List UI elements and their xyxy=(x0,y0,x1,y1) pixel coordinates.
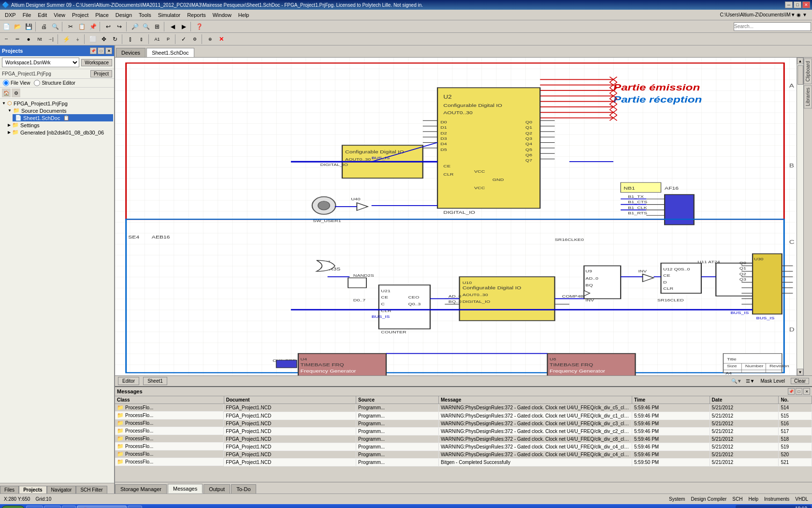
sheet1-tab[interactable]: Sheet1 xyxy=(143,377,167,385)
start-button[interactable]: 🪟 start xyxy=(1,506,25,508)
structure-editor-radio[interactable]: Structure Editor xyxy=(34,80,75,86)
message-row-3[interactable]: 📁ProcessFlo... FPGA_Project1.NCD Program… xyxy=(115,427,812,435)
vertical-scrollbar[interactable]: ▲ ▼ xyxy=(797,58,803,375)
tb-zoom-in[interactable]: 🔎 xyxy=(130,21,140,32)
clear-button[interactable]: Clear xyxy=(791,378,809,384)
panel-close-button[interactable]: ✕ xyxy=(105,47,112,54)
projects-tab[interactable]: Projects xyxy=(19,486,46,493)
proj-home-icon[interactable]: 🏠 xyxy=(2,89,11,97)
message-row-5[interactable]: 📁ProcessFlo... FPGA_Project1.NCD Program… xyxy=(115,443,812,450)
taskbar-media[interactable]: ▶ xyxy=(62,506,76,508)
menu-window[interactable]: Window xyxy=(210,11,234,19)
tab-sheet1[interactable]: Sheet1.SchDoc xyxy=(146,48,194,57)
status-sch[interactable]: SCH xyxy=(732,496,742,502)
tb2-wire[interactable]: ╌ xyxy=(1,34,12,45)
menu-design[interactable]: Design xyxy=(113,11,135,19)
tree-item-sheet1[interactable]: 📄 Sheet1.SchDoc 📋 xyxy=(13,114,113,121)
tab-output[interactable]: Output xyxy=(203,484,230,493)
message-row-1[interactable]: 📁ProcessFlo... FPGA_Project1.NCD Program… xyxy=(115,412,812,419)
schematic-area[interactable]: Partie émission Partie réception xyxy=(115,58,797,375)
workspace-select[interactable]: Workspace1.DsnWrk xyxy=(2,58,79,67)
tab-devices[interactable]: Devices xyxy=(116,48,145,57)
message-row-0[interactable]: 📁ProcessFlo... FPGA_Project1.NCD Program… xyxy=(115,404,812,412)
tb2-gnd[interactable]: ⏚ xyxy=(72,34,83,45)
tb2-netlabel[interactable]: Nt xyxy=(34,34,45,45)
tb2-align[interactable]: ⫿ xyxy=(125,34,136,45)
message-row-2[interactable]: 📁ProcessFlo... FPGA_Project1.NCD Program… xyxy=(115,419,812,427)
status-help[interactable]: Help xyxy=(748,496,758,502)
tb2-move[interactable]: ✥ xyxy=(99,34,109,45)
message-row-4[interactable]: 📁ProcessFlo... FPGA_Project1.NCD Program… xyxy=(115,435,812,443)
tb-zoom-out[interactable]: 🔍 xyxy=(141,21,151,32)
tab-messages[interactable]: Messages xyxy=(168,484,203,493)
tb-undo[interactable]: ↩ xyxy=(103,21,114,32)
mask-level-button[interactable]: Mask Level xyxy=(759,378,787,384)
menu-file[interactable]: File xyxy=(20,11,34,19)
taskbar-altium[interactable]: 🔴 Altium Designer xyxy=(77,506,127,508)
tb2-cross-probe[interactable]: ⊕ xyxy=(205,34,216,45)
menu-simulator[interactable]: Simulator xyxy=(155,11,183,19)
menu-reports[interactable]: Reports xyxy=(184,11,209,19)
status-system[interactable]: System xyxy=(669,496,685,502)
menu-project[interactable]: Project xyxy=(69,11,91,19)
tb2-rotate[interactable]: ↻ xyxy=(110,34,120,45)
scroll-thumb[interactable] xyxy=(798,65,803,85)
status-vhdl[interactable]: VHDL xyxy=(795,496,808,502)
project-button[interactable]: Project xyxy=(90,70,112,77)
message-row-7[interactable]: 📁ProcessFlo... FPGA_Project1.NCD Program… xyxy=(115,458,812,466)
tb-save[interactable]: 💾 xyxy=(23,21,34,32)
tb-preview[interactable]: 🔍 xyxy=(50,21,60,32)
scroll-down-button[interactable]: ▼ xyxy=(797,369,803,375)
maximize-button[interactable]: □ xyxy=(794,1,801,8)
tb2-power[interactable]: ⚡ xyxy=(61,34,72,45)
taskbar-explorer[interactable]: 📁 xyxy=(44,506,61,508)
clipboard-panel-tab[interactable]: Clipboard xyxy=(804,59,812,84)
search-input[interactable] xyxy=(734,22,811,31)
messages-table[interactable]: Class Document Source Message Time Date … xyxy=(115,396,812,482)
structure-editor-radio-input[interactable] xyxy=(34,80,40,86)
menu-place[interactable]: Place xyxy=(92,11,112,19)
messages-close-button[interactable]: ✕ xyxy=(803,388,810,395)
menu-help[interactable]: Help xyxy=(235,11,252,19)
proj-settings-icon[interactable]: ⚙ xyxy=(12,89,20,97)
tree-item-project[interactable]: ▼ ⬡ FPGA_Project1.PrjFpg xyxy=(1,100,113,107)
sch-filter-tab[interactable]: SCH Filter xyxy=(76,486,107,493)
file-view-radio-input[interactable] xyxy=(3,80,9,86)
tb-print[interactable]: 🖨 xyxy=(39,21,49,32)
tb2-annotate[interactable]: A1 xyxy=(152,34,162,45)
taskbar-unknown[interactable]: ⬡ xyxy=(128,506,142,508)
messages-float-button[interactable]: □ xyxy=(796,388,802,395)
scroll-track[interactable] xyxy=(797,64,803,369)
status-design-compiler[interactable]: Design Compiler xyxy=(691,496,726,502)
tree-item-settings[interactable]: ▶ 📁 Settings xyxy=(7,121,113,129)
tb2-check[interactable]: ✓ xyxy=(178,34,189,45)
taskbar-ie[interactable]: 🌐 xyxy=(26,506,43,508)
panel-float-button[interactable]: □ xyxy=(98,47,104,54)
tb-nav-fwd[interactable]: ▶ xyxy=(178,21,189,32)
tree-item-generated[interactable]: ▶ 📁 Generated [nb2dsk01_08_db30_06 xyxy=(7,129,113,136)
menu-edit[interactable]: Edit xyxy=(35,11,50,19)
message-row-6[interactable]: 📁ProcessFlo... FPGA_Project1.NCD Program… xyxy=(115,450,812,458)
tb-copy[interactable]: 📋 xyxy=(76,21,87,32)
workspace-button[interactable]: Workspace xyxy=(81,59,112,66)
tb2-component[interactable]: ⬜ xyxy=(87,34,98,45)
menu-tools[interactable]: Tools xyxy=(136,11,154,19)
menu-dxp[interactable]: DXP xyxy=(2,11,19,19)
tb2-port[interactable]: →| xyxy=(45,34,56,45)
tb-paste[interactable]: 📌 xyxy=(87,21,98,32)
tab-storage-manager[interactable]: Storage Manager xyxy=(115,484,167,493)
tb-cut[interactable]: ✂ xyxy=(65,21,76,32)
close-button[interactable]: ✕ xyxy=(802,1,810,8)
tb2-bus[interactable]: ═ xyxy=(12,34,23,45)
tb-zoom-fit[interactable]: ⊞ xyxy=(152,21,162,32)
tb2-compile[interactable]: ⚙ xyxy=(189,34,200,45)
panel-pin-button[interactable]: 📌 xyxy=(90,47,97,54)
tb2-distribute[interactable]: ⫾ xyxy=(136,34,147,45)
minimize-button[interactable]: ─ xyxy=(785,1,793,8)
tb-redo[interactable]: ↪ xyxy=(114,21,125,32)
files-tab[interactable]: Files xyxy=(0,486,19,493)
tb2-junction[interactable]: ● xyxy=(23,34,34,45)
tb-new[interactable]: 📄 xyxy=(1,21,12,32)
tb2-param[interactable]: P xyxy=(163,34,174,45)
tab-to-do[interactable]: To-Do xyxy=(231,484,256,493)
